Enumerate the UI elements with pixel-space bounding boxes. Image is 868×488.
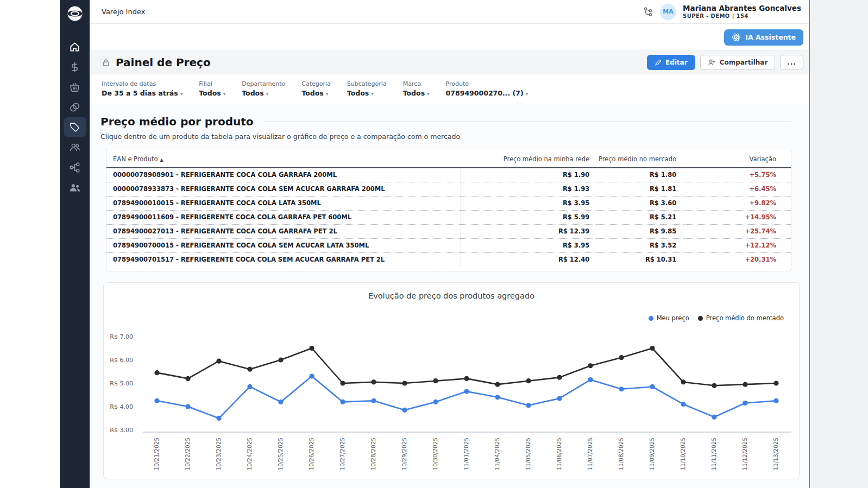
col-header-market[interactable]: Preço médio no mercado: [596, 153, 683, 168]
cell-price-market: R$ 3.60: [596, 197, 683, 211]
dollar-icon: [69, 61, 80, 73]
table-row[interactable]: 07894900700015 - REFRIGERANTE COCA COLA …: [106, 239, 791, 253]
sidebar-item-dollar[interactable]: [64, 57, 86, 77]
sidebar-item-home[interactable]: [64, 37, 86, 56]
table-row[interactable]: 07894900011609 - REFRIGERENTE COCA COLA …: [106, 211, 791, 225]
hierarchy-icon[interactable]: [643, 7, 653, 17]
cell-variation: +14.95%: [683, 211, 791, 225]
sidebar-item-tag[interactable]: [64, 117, 86, 137]
cell-price-market: R$ 1.80: [596, 168, 683, 182]
edit-button[interactable]: Editar: [647, 55, 695, 70]
cell-price-market: R$ 1.81: [596, 182, 683, 197]
svg-text:11/13/2025: 11/13/2025: [772, 438, 779, 471]
sidebar-item-users[interactable]: [64, 137, 86, 157]
sidebar-nav: [64, 36, 86, 198]
chevron-down-icon: ▾: [180, 91, 183, 97]
pencil-icon: [655, 59, 662, 66]
chevron-down-icon: ▾: [266, 91, 269, 97]
cell-product: 07894900027013 - REFRIGERANTE COCA COLA …: [106, 225, 461, 239]
svg-text:10/27/2025: 10/27/2025: [339, 438, 345, 471]
filter-produto[interactable]: Produto078949000270... (7)▾: [446, 80, 529, 97]
main-area: Varejo Index MA Mariana Abrantes Goncalv…: [90, 0, 809, 488]
cell-product: 00000078933873 - REFRIGERANTE COCA COLA …: [106, 182, 461, 197]
section-divider: [262, 122, 791, 122]
filter-value: Todos▾: [199, 89, 225, 97]
svg-text:11/10/2025: 11/10/2025: [680, 438, 686, 471]
svg-text:R$ 5.00: R$ 5.00: [110, 380, 133, 387]
filter-label: Filial: [199, 80, 225, 87]
sidebar-item-team[interactable]: [64, 178, 86, 197]
tag-icon: [69, 122, 80, 133]
sidebar-item-basket[interactable]: [64, 77, 86, 97]
cell-price-mine: R$ 5.99: [461, 211, 596, 225]
cell-product: 07894900700015 - REFRIGERANTE COCA COLA …: [106, 239, 461, 253]
col-header-mine[interactable]: Preço médio na minha rede: [461, 153, 596, 168]
price-evolution-chart: R$ 7.00R$ 6.00R$ 5.00R$ 4.00R$ 3.0010/21…: [108, 313, 803, 478]
share-button[interactable]: Compartilhar: [700, 55, 776, 70]
basket-icon: [69, 81, 80, 93]
user-block: Mariana Abrantes Goncalves SUPER - DEMO …: [683, 4, 801, 20]
avatar[interactable]: MA: [660, 4, 676, 20]
cell-price-mine: R$ 1.93: [461, 182, 596, 197]
share-user-icon: [708, 59, 716, 66]
ia-assistant-button[interactable]: IA Assistente: [724, 29, 803, 46]
filter-intervalo-de-datas[interactable]: Intervalo de datasDe 35 a 5 dias atrás▾: [102, 80, 183, 97]
desktop-background: [809, 0, 868, 488]
col-header-variation[interactable]: Variação: [683, 153, 791, 168]
filter-label: Subcategoria: [347, 80, 387, 87]
table-row[interactable]: 07894900010015 - REFRIGERANTE COCA COLA …: [106, 197, 791, 211]
col-header-product[interactable]: EAN e Produto▲: [106, 153, 461, 168]
table-row[interactable]: 07894900701517 - REFRIGERENTE COCA COLA …: [106, 253, 791, 267]
content: Preço médio por produto Clique dentro de…: [90, 104, 809, 488]
filter-value: 078949000270... (7)▾: [446, 89, 529, 97]
section-subtitle: Clique dentro de um produto da tabela pa…: [100, 132, 791, 141]
table-row[interactable]: 00000078933873 - REFRIGERANTE COCA COLA …: [106, 182, 791, 197]
team-icon: [69, 182, 81, 193]
app-window: Varejo Index MA Mariana Abrantes Goncalv…: [60, 0, 809, 488]
table-row[interactable]: 00000078908901 - REFRIGERANTE COCA COLA …: [106, 168, 791, 182]
table-row[interactable]: 07894900027013 - REFRIGERANTE COCA COLA …: [106, 225, 791, 239]
filter-bar: Intervalo de datasDe 35 a 5 dias atrás▾F…: [90, 74, 809, 104]
filter-filial[interactable]: FilialTodos▾: [199, 80, 225, 97]
sidebar-item-org[interactable]: [64, 157, 86, 177]
assistant-bar: IA Assistente: [90, 24, 809, 50]
chevron-down-icon: ▾: [526, 91, 529, 97]
app-title: Varejo Index: [102, 8, 643, 16]
sidebar-item-venn[interactable]: [64, 97, 86, 117]
svg-text:11/11/2025: 11/11/2025: [710, 438, 717, 471]
more-button[interactable]: ...: [780, 55, 803, 70]
svg-text:11/05/2025: 11/05/2025: [525, 438, 531, 471]
atom-icon: [732, 33, 741, 42]
svg-text:11/04/2025: 11/04/2025: [494, 438, 500, 471]
filter-label: Departamento: [242, 80, 285, 87]
svg-text:R$ 7.00: R$ 7.00: [110, 333, 133, 340]
cell-product: 07894900010015 - REFRIGERANTE COCA COLA …: [106, 197, 461, 211]
svg-text:11/08/2025: 11/08/2025: [618, 438, 624, 471]
filter-label: Categoria: [301, 80, 331, 87]
filter-value: Todos▾: [301, 89, 331, 97]
filter-departamento[interactable]: DepartamentoTodos▾: [242, 80, 285, 97]
user-role: SUPER - DEMO | 154: [683, 13, 801, 19]
cell-price-market: R$ 5.21: [596, 211, 683, 225]
cell-price-market: R$ 3.52: [596, 239, 683, 253]
cell-price-mine: R$ 3.95: [461, 239, 596, 253]
cell-variation: +6.45%: [683, 182, 791, 197]
chevron-down-icon: ▾: [371, 91, 374, 97]
sidebar: [60, 0, 90, 488]
table-header-row: EAN e Produto▲ Preço médio na minha rede…: [106, 153, 791, 168]
cell-price-mine: R$ 12.40: [461, 253, 596, 267]
price-table: EAN e Produto▲ Preço médio na minha rede…: [106, 153, 791, 267]
filter-value: De 35 a 5 dias atrás▾: [102, 89, 183, 97]
lock-icon: [102, 58, 110, 67]
filter-categoria[interactable]: CategoriaTodos▾: [301, 80, 331, 97]
svg-text:10/29/2025: 10/29/2025: [401, 438, 407, 471]
svg-text:10/30/2025: 10/30/2025: [432, 438, 438, 471]
svg-text:11/12/2025: 11/12/2025: [741, 438, 748, 471]
svg-text:10/24/2025: 10/24/2025: [246, 438, 253, 471]
home-icon: [69, 41, 80, 53]
chevron-down-icon: ▾: [427, 91, 430, 97]
filter-marca[interactable]: MarcaTodos▾: [403, 80, 430, 97]
filter-subcategoria[interactable]: SubcategoriaTodos▾: [347, 80, 387, 97]
cell-variation: +25.74%: [683, 225, 791, 239]
cell-product: 07894900011609 - REFRIGERENTE COCA COLA …: [106, 211, 461, 225]
